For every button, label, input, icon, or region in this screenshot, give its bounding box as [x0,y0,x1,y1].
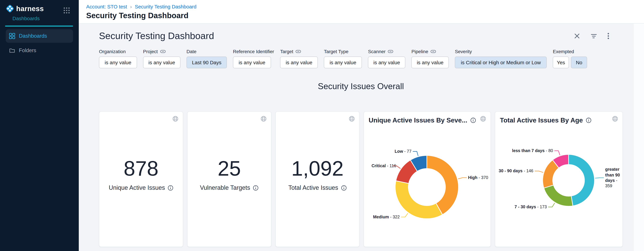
info-icon[interactable] [470,117,476,123]
filter-label: Date [186,49,196,54]
tile-total-active-issues: 1,092 Total Active Issues [275,111,360,247]
donut-slice-label: 7 - 30 days - 173 [514,204,547,210]
harness-logo-icon [6,4,14,13]
age-donut-chart[interactable]: greater than 90 days - 3597 - 30 days - … [495,112,622,247]
tiles-row: 878 Unique Active Issues 25 Vulnerable T… [99,111,623,247]
filter-pipeline-value[interactable]: is any value [412,56,449,68]
filter-project: Project is any value [143,49,180,68]
filter-icon[interactable] [590,33,597,39]
donut-leader-line [548,203,555,207]
filter-pipeline: Pipeline is any value [412,49,449,68]
sidebar-item-dashboards[interactable]: Dashboards [6,29,73,43]
dashboard-content: Security Testing Dashboard Organizat [79,23,644,251]
donut-slice-label: Medium - 322 [373,214,400,220]
donut-slice-label: greater than 90 days - 359 [605,167,622,189]
filter-label: Scanner [368,49,386,54]
filter-label: Target Type [324,49,348,54]
filter-date: Date Last 90 Days [186,49,227,68]
tile-unique-active-issues-by-severity: Unique Active Issues By Seve... High - 3… [364,111,491,247]
filter-target-value[interactable]: is any value [280,56,318,68]
filter-severity: Severity is Critical or High or Medium o… [455,49,547,68]
link-icon [430,50,436,53]
page-title: Security Testing Dashboard [86,11,644,20]
globe-icon[interactable] [172,116,178,123]
filter-scanner: Scanner is any value [368,49,405,68]
filter-exempted: Exempted Yes No [553,49,587,68]
filter-label: Severity [455,49,472,54]
filter-label: Reference Identifier [233,49,274,54]
metric-value: 1,092 [291,158,344,179]
sidebar-nav: Dashboards Folders [0,29,79,57]
metric-label: Unique Active Issues [109,184,173,192]
sidebar-item-folders[interactable]: Folders [6,44,73,57]
tile-vulnerable-targets: 25 Vulnerable Targets [187,111,271,247]
filter-label: Organization [99,49,126,54]
brand-name: harness [16,4,44,13]
breadcrumb-page-link[interactable]: Security Testing Dashboard [135,4,196,9]
filter-severity-value[interactable]: is Critical or High or Medium or Low [455,56,547,68]
chart-title-row: Total Active Issues By Age [495,112,622,124]
donut-leader-line [401,213,408,217]
donut-leader-line [413,151,418,156]
link-icon [160,50,166,53]
main-area: Account: STO test › Security Testing Das… [79,0,644,251]
filter-bar: Organization is any value Project is any… [99,49,623,68]
info-icon[interactable] [253,185,258,191]
more-options-icon[interactable] [607,33,609,39]
dashboards-icon [9,33,15,39]
donut-slice-greater-than-90-days [568,154,594,206]
donut-slice-label: High - 370 [468,175,488,181]
metric-value: 25 [218,158,241,179]
donut-slice-7-30-days [544,185,573,206]
sidebar-item-label: Folders [19,47,36,53]
globe-icon[interactable] [349,116,355,123]
filter-exempted-yes[interactable]: Yes [553,56,569,68]
donut-slice-label: less than 7 days - 80 [512,148,553,154]
breadcrumb: Account: STO test › Security Testing Das… [86,4,644,9]
filter-label: Pipeline [412,49,428,54]
filter-project-value[interactable]: is any value [143,56,180,68]
filter-organization-value[interactable]: is any value [99,56,137,68]
breadcrumb-account-link[interactable]: Account: STO test [86,4,127,9]
filter-reference-identifier-value[interactable]: is any value [233,56,271,68]
donut-slice-label: 30 - 90 days - 146 [499,168,534,174]
donut-slice-label: Low - 77 [395,149,412,154]
module-grid-icon[interactable] [63,7,70,14]
folder-icon [9,47,15,53]
product-name: Dashboards [12,15,74,21]
filter-exempted-no[interactable]: No [571,56,587,68]
filter-label: Target [280,49,293,54]
chart-title: Unique Active Issues By Seve... [369,116,467,124]
metric-value: 878 [124,158,158,179]
link-icon [296,50,301,53]
sidebar-header: harness Dashboards [0,0,79,25]
page-header: Account: STO test › Security Testing Das… [79,0,644,23]
filter-reference-identifier: Reference Identifier is any value [233,49,274,68]
close-icon[interactable] [574,33,580,39]
sidebar-divider [5,25,73,26]
globe-icon[interactable] [260,116,266,123]
info-icon[interactable] [341,185,346,191]
dashboard-header-row: Security Testing Dashboard [99,31,623,41]
donut-svg [495,112,622,247]
filter-target: Target is any value [280,49,318,68]
donut-leader-line [554,151,560,155]
dashboard-title: Security Testing Dashboard [99,31,214,41]
info-icon[interactable] [586,117,592,123]
chart-title: Total Active Issues By Age [500,116,583,124]
severity-donut-chart[interactable]: High - 370Medium - 322Critical - 116Low … [364,112,490,247]
donut-slice-medium [395,181,442,219]
filter-scanner-value[interactable]: is any value [368,56,405,68]
donut-leader-line [458,178,467,179]
donut-leader-line [534,171,543,172]
metric-label: Total Active Issues [288,184,346,192]
dashboard-actions [574,33,609,39]
filter-target-type-value[interactable]: is any value [324,56,362,68]
info-icon[interactable] [168,185,173,191]
tile-unique-active-issues: 878 Unique Active Issues [99,111,183,247]
filter-organization: Organization is any value [99,49,137,68]
filter-target-type: Target Type is any value [324,49,362,68]
scrollbar-track[interactable] [633,23,644,251]
donut-slice-label: Critical - 116 [372,163,396,169]
filter-date-value[interactable]: Last 90 Days [186,56,227,68]
